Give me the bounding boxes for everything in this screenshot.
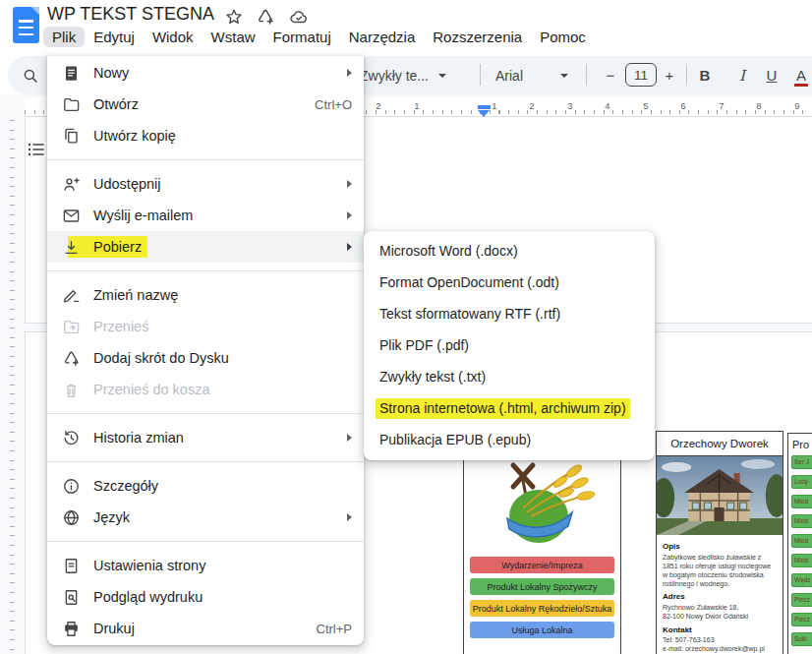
menu-item-label: Udostępnij bbox=[93, 176, 161, 192]
version-history-icon bbox=[61, 428, 81, 447]
file-menu-item-drukuj[interactable]: Drukuj Ctrl+P bbox=[47, 613, 364, 644]
legend-bar-craft: Produkt Lokalny Rękodzieło/Sztuka bbox=[470, 600, 614, 617]
menu-item-label: Drukuj bbox=[93, 621, 135, 636]
menu-narzedzia[interactable]: Narzędzia bbox=[340, 27, 425, 47]
yellow-highlight: Strona internetowa (.html, archiwum zip) bbox=[376, 398, 630, 419]
underline-button[interactable]: U bbox=[761, 56, 783, 94]
menu-wstaw[interactable]: Wstaw bbox=[203, 27, 264, 47]
file-menu-item-utworz-kopie[interactable]: Utwórz kopię bbox=[47, 120, 364, 151]
paragraph-style-dropdown[interactable]: Zwykły te... bbox=[360, 56, 446, 94]
menu-item-label: Zmień nazwę bbox=[93, 287, 178, 303]
document-outline-icon[interactable] bbox=[28, 142, 47, 159]
product-item: Wędz bbox=[791, 573, 812, 587]
opis-heading: Opis bbox=[663, 542, 777, 553]
ruler-number: 3 bbox=[567, 100, 572, 111]
menu-pomoc[interactable]: Pomoc bbox=[531, 27, 595, 47]
product-item: Ser J bbox=[791, 455, 812, 469]
document-title[interactable]: WP TEKST STEGNA bbox=[47, 4, 214, 25]
submenu-item-txt[interactable]: Zwykły tekst (.txt) bbox=[364, 361, 655, 392]
file-menu-item-ustawienia-strony[interactable]: Ustawienia strony bbox=[47, 550, 364, 581]
text-color-button[interactable]: A bbox=[790, 56, 812, 94]
increase-font-size-button[interactable]: + bbox=[659, 56, 680, 94]
submenu-item-label: Strona internetowa (.html, archiwum zip) bbox=[379, 400, 626, 416]
cloud-status-icon[interactable] bbox=[287, 5, 311, 29]
product-item: Miod bbox=[791, 514, 812, 528]
menu-item-label: Dodaj skrót do Dysku bbox=[93, 350, 229, 366]
toolbar-divider bbox=[480, 64, 481, 86]
kontakt-email: e-mail: orzechowy.dworek@wp.pl bbox=[663, 644, 777, 653]
ruler-number: 5 bbox=[643, 100, 648, 111]
move-folder-icon bbox=[61, 317, 81, 336]
rustic-logo bbox=[488, 455, 598, 552]
product-item: Lody bbox=[791, 475, 812, 489]
file-menu-item-zmien-nazwe[interactable]: Zmień nazwę bbox=[47, 279, 364, 311]
menu-formatuj[interactable]: Formatuj bbox=[264, 27, 340, 47]
submenu-item-label: Zwykły tekst (.txt) bbox=[379, 369, 486, 385]
font-size-input[interactable]: 11 bbox=[625, 63, 657, 87]
menu-bar: Plik Edytuj Widok Wstaw Formatuj Narzędz… bbox=[43, 27, 595, 47]
submenu-item-epub[interactable]: Publikacja EPUB (.epub) bbox=[364, 424, 655, 455]
submenu-item-label: Plik PDF (.pdf) bbox=[379, 337, 469, 353]
file-menu-item-jezyk[interactable]: Język bbox=[47, 502, 364, 533]
decrease-font-size-button[interactable]: − bbox=[600, 56, 621, 94]
file-menu-item-dodaj-skrot[interactable]: Dodaj skrót do Dysku bbox=[47, 342, 364, 374]
font-dropdown[interactable]: Arial bbox=[495, 56, 568, 94]
submenu-item-label: Format OpenDocument (.odt) bbox=[379, 274, 559, 290]
products-card: Pro Ser J Lody Miod Miod Miod Miod Wędz … bbox=[787, 433, 812, 654]
google-docs-icon[interactable] bbox=[13, 7, 39, 43]
chevron-down-icon bbox=[438, 74, 446, 78]
submenu-arrow-icon bbox=[347, 69, 352, 77]
menu-plik[interactable]: Plik bbox=[43, 27, 85, 47]
file-menu-item-pobierz[interactable]: Pobierz bbox=[47, 231, 364, 263]
file-menu-item-otworz[interactable]: Otwórz Ctrl+O bbox=[47, 89, 364, 120]
file-menu-item-podglad-wydruku[interactable]: Podgląd wydruku bbox=[47, 581, 364, 613]
ruler-number: 8 bbox=[756, 100, 761, 111]
submenu-arrow-icon bbox=[347, 513, 352, 521]
submenu-item-html-zip[interactable]: Strona internetowa (.html, archiwum zip) bbox=[364, 392, 655, 424]
menu-item-label: Wyślij e-mailem bbox=[93, 208, 193, 223]
file-menu-item-przenies: Przenieś bbox=[47, 311, 364, 342]
star-icon[interactable] bbox=[222, 5, 246, 29]
menu-item-label: Otwórz bbox=[93, 96, 139, 112]
toolbar-divider bbox=[586, 64, 587, 86]
dworek-card-body: Opis Zabytkowe siedlisko żuławskie z 185… bbox=[657, 535, 783, 654]
submenu-item-odt[interactable]: Format OpenDocument (.odt) bbox=[364, 267, 655, 298]
file-menu-item-wyslij-emailem[interactable]: Wyślij e-mailem bbox=[47, 200, 364, 231]
file-menu-item-szczegoly[interactable]: Szczegóły bbox=[47, 470, 364, 502]
submenu-arrow-icon bbox=[347, 211, 352, 219]
file-menu-item-nowy[interactable]: Nowy bbox=[47, 57, 364, 89]
ruler-number: 6 bbox=[680, 100, 685, 111]
menu-edytuj[interactable]: Edytuj bbox=[85, 27, 144, 47]
legend-bar-food: Produkt Lokalny Spożywczy bbox=[470, 578, 614, 595]
bold-button[interactable]: B bbox=[694, 56, 716, 94]
submenu-item-docx[interactable]: Microsoft Word (.docx) bbox=[364, 235, 655, 267]
menu-rozszerzenia[interactable]: Rozszerzenia bbox=[424, 27, 531, 47]
indent-marker[interactable] bbox=[478, 105, 491, 117]
file-menu-dropdown: Nowy Otwórz Ctrl+O Utwórz kopię Udostępn… bbox=[47, 56, 364, 645]
file-menu-item-historia-zmian[interactable]: Historia zmian bbox=[47, 422, 364, 453]
vertical-ruler bbox=[0, 116, 18, 654]
menu-widok[interactable]: Widok bbox=[144, 27, 203, 47]
ruler-number: 9 bbox=[794, 100, 799, 111]
file-menu-item-udostepnij[interactable]: Udostępnij bbox=[47, 168, 364, 200]
legend-bar-service: Usługa Lokalna bbox=[470, 622, 614, 638]
product-item: Miod bbox=[791, 554, 812, 567]
google-docs-window: 2 1 1 2 3 4 5 6 7 8 9 bbox=[0, 0, 812, 654]
drive-shortcut-icon[interactable] bbox=[254, 5, 277, 29]
opis-text: Zabytkowe siedlisko żuławskie z 1851 rok… bbox=[663, 553, 777, 589]
menu-item-label: Przenieś bbox=[93, 319, 148, 334]
email-icon bbox=[61, 206, 81, 225]
adres-line: Rychnowo Żuławskie 18, bbox=[663, 603, 777, 612]
menu-divider bbox=[47, 159, 364, 160]
menu-item-label: Podgląd wydruku bbox=[93, 589, 203, 605]
print-preview-icon bbox=[61, 587, 81, 607]
legend-bar-event: Wydarzenie/Impreza bbox=[470, 557, 614, 573]
menu-item-label: Ustawienia strony bbox=[93, 558, 205, 573]
submenu-item-pdf[interactable]: Plik PDF (.pdf) bbox=[364, 329, 655, 361]
adres-line: 82-100 Nowy Dwór Gdański bbox=[663, 612, 777, 621]
menu-divider bbox=[47, 270, 364, 271]
chevron-down-icon bbox=[560, 74, 568, 78]
italic-button[interactable]: I bbox=[731, 56, 753, 94]
submenu-item-rtf[interactable]: Tekst sformatowany RTF (.rtf) bbox=[364, 298, 655, 329]
adres-heading: Adres bbox=[663, 592, 777, 603]
